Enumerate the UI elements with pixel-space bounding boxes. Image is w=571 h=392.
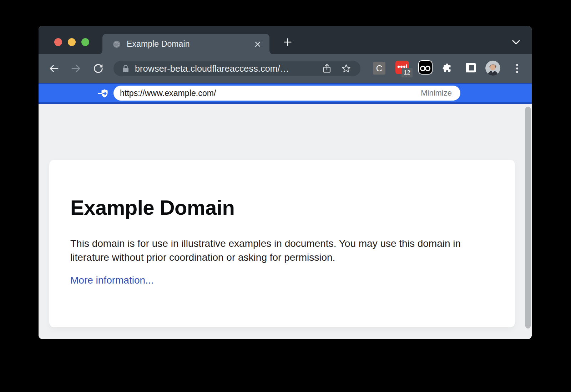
- close-window-button[interactable]: [54, 38, 62, 46]
- page-viewport: Example Domain This domain is for use in…: [39, 104, 532, 339]
- more-information-link[interactable]: More information...: [70, 275, 153, 286]
- star-icon[interactable]: [341, 63, 351, 73]
- puzzle-icon[interactable]: [442, 62, 453, 73]
- chevron-down-icon[interactable]: [511, 39, 521, 46]
- traffic-lights: [54, 38, 89, 46]
- share-icon[interactable]: [322, 63, 332, 73]
- minimize-button[interactable]: Minimize: [421, 88, 452, 98]
- extension-badge: 12: [401, 68, 413, 77]
- plus-icon[interactable]: [283, 37, 292, 47]
- browser-window: Example Domain: [39, 26, 532, 339]
- isolation-url-input[interactable]: https://www.example.com/ Minimize: [113, 86, 460, 101]
- close-icon[interactable]: [254, 40, 262, 48]
- omnibox[interactable]: browser-beta.cloudflareaccess.com/…: [113, 61, 360, 76]
- screenshot-stage: Example Domain: [0, 0, 571, 392]
- scrollbar-thumb[interactable]: [525, 107, 531, 329]
- tab-example-domain[interactable]: Example Domain: [102, 34, 269, 54]
- avatar[interactable]: [485, 61, 500, 76]
- password-dots-icon[interactable]: 12: [395, 61, 409, 74]
- toolbar: browser-beta.cloudflareaccess.com/… C 1: [39, 54, 532, 83]
- shield-arrow-icon: [98, 89, 109, 98]
- forward-arrow-icon[interactable]: [71, 63, 81, 74]
- double-circle-icon[interactable]: [418, 60, 433, 75]
- isolation-bar: https://www.example.com/ Minimize: [39, 83, 532, 104]
- tab-strip: Example Domain: [39, 26, 532, 54]
- isolation-url-text: https://www.example.com/: [120, 88, 421, 98]
- c-extension-icon[interactable]: C: [373, 62, 385, 75]
- lock-icon[interactable]: [122, 64, 130, 73]
- back-arrow-icon[interactable]: [49, 63, 59, 74]
- globe-icon: [112, 40, 121, 49]
- page-body-text: This domain is for use in illustrative e…: [70, 236, 484, 264]
- page-title: Example Domain: [70, 195, 515, 219]
- kebab-menu-icon[interactable]: [512, 63, 522, 74]
- tab-title: Example Domain: [127, 39, 254, 49]
- content-card: Example Domain This domain is for use in…: [49, 160, 515, 327]
- side-panel-icon[interactable]: [465, 63, 476, 73]
- minimize-window-button[interactable]: [68, 38, 76, 46]
- zoom-window-button[interactable]: [81, 38, 89, 46]
- reload-icon[interactable]: [93, 63, 103, 74]
